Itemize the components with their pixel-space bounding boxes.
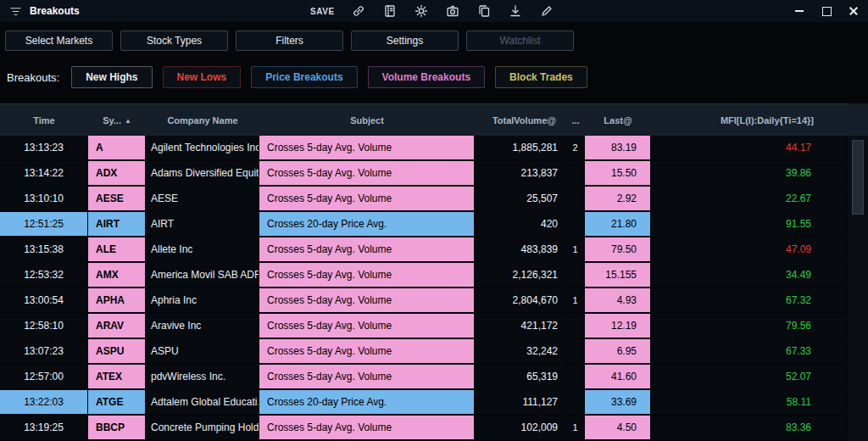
cell-symbol: A (88, 136, 146, 161)
column-header-subject[interactable]: Subject (259, 104, 475, 137)
select-markets-button[interactable]: Select Markets (5, 31, 113, 51)
cell-extra: 1 (566, 237, 585, 263)
cell-volume: 421,172 (475, 314, 566, 339)
cell-company: Aravive Inc (146, 314, 259, 339)
cell-time: 12:51:25 (0, 212, 88, 237)
table-row[interactable]: 12:51:25AIRTAIRTCrosses 20-day Price Avg… (0, 212, 848, 237)
filters-button[interactable]: Filters (236, 31, 343, 51)
cell-extra: 1 (566, 416, 585, 441)
table-row[interactable]: 13:00:54APHAAphria IncCrosses 5-day Avg.… (0, 288, 848, 314)
table-row[interactable]: 13:10:10AESEAESECrosses 5-day Avg. Volum… (0, 187, 848, 212)
table-row[interactable]: 13:22:03ATGEAdtalem Global Educati...Cro… (0, 390, 848, 416)
cell-symbol: APHA (88, 288, 146, 314)
camera-icon[interactable] (446, 4, 460, 19)
cell-time: 13:19:25 (0, 416, 88, 441)
cell-company: Adtalem Global Educati... (146, 390, 259, 416)
column-header-company[interactable]: Company Name (146, 104, 259, 137)
copy-icon[interactable] (477, 4, 492, 19)
cell-extra (566, 161, 585, 187)
table-row[interactable]: 13:14:22ADXAdams Diversified Equit...Cro… (0, 161, 848, 187)
block-trades-button[interactable]: Block Trades (495, 66, 587, 88)
table-row[interactable]: 13:15:38ALEAllete IncCrosses 5-day Avg. … (0, 237, 848, 263)
cell-volume: 65,319 (475, 365, 566, 390)
download-icon[interactable] (509, 4, 523, 19)
maximize-icon[interactable] (821, 5, 832, 17)
cell-subject: Crosses 20-day Price Avg. (259, 212, 475, 237)
cell-company: Aphria Inc (146, 288, 259, 314)
cell-last: 15.50 (585, 161, 651, 187)
cell-extra (566, 212, 585, 237)
cell-last: 6.95 (585, 339, 651, 365)
cell-company: ASPU (146, 339, 259, 365)
cell-subject: Crosses 5-day Avg. Volume (259, 263, 475, 288)
cell-company: America Movil SAB ADR (146, 263, 259, 288)
cell-extra (566, 187, 585, 212)
close-icon[interactable] (848, 5, 860, 17)
pencil-icon[interactable] (540, 4, 554, 19)
cell-time: 13:00:54 (0, 288, 88, 314)
column-header-totalvolume[interactable]: TotalVolume@ (475, 104, 566, 137)
main-toolbar: Select Markets Stock Types Filters Setti… (0, 22, 868, 58)
stock-types-button[interactable]: Stock Types (120, 31, 228, 51)
cell-volume: 102,009 (475, 416, 566, 441)
cell-time: 13:15:38 (0, 237, 88, 263)
cell-symbol: ARAV (88, 314, 146, 339)
table-row[interactable]: 12:57:00ATEXpdvWireless Inc.Crosses 5-da… (0, 365, 848, 390)
volume-breakouts-button[interactable]: Volume Breakouts (368, 66, 485, 88)
column-header-symbol[interactable]: Sy...▲ (88, 104, 146, 137)
price-breakouts-button[interactable]: Price Breakouts (251, 66, 357, 88)
table-row[interactable]: 12:58:10ARAVAravive IncCrosses 5-day Avg… (0, 314, 848, 339)
cell-last: 12.19 (585, 314, 651, 339)
cell-subject: Crosses 20-day Price Avg. (259, 390, 475, 416)
cell-last: 2.92 (585, 187, 651, 212)
book-icon[interactable] (383, 4, 398, 19)
column-header-symbol-label: Sy... (103, 115, 121, 126)
column-header-more[interactable]: ... (566, 104, 585, 137)
cell-mfi: 44.17 (651, 136, 848, 161)
minimize-icon[interactable] (793, 5, 805, 17)
cell-time: 12:57:00 (0, 365, 88, 390)
cell-symbol: ATEX (88, 365, 146, 390)
column-header-last[interactable]: Last@ (585, 104, 651, 137)
watchlist-button[interactable]: Watchlist (466, 31, 574, 51)
cell-volume: 213,837 (475, 161, 566, 187)
cell-last: 33.69 (585, 390, 651, 416)
save-button[interactable]: SAVE (310, 7, 335, 16)
filter-icon[interactable] (8, 4, 23, 19)
cell-time: 13:14:22 (0, 161, 88, 187)
cell-mfi: 83.36 (651, 416, 848, 441)
table-header: Time Sy...▲ Company Name Subject TotalVo… (0, 103, 848, 136)
table-row[interactable]: 13:07:23ASPUASPUCrosses 5-day Avg. Volum… (0, 339, 848, 365)
app-window: Breakouts SAVE (0, 0, 868, 441)
cell-company: Adams Diversified Equit... (146, 161, 259, 187)
scrollbar-thumb[interactable] (852, 140, 864, 215)
gear-icon[interactable] (415, 4, 429, 19)
cell-last: 4.50 (585, 416, 651, 441)
cell-time: 13:13:23 (0, 136, 88, 161)
cell-company: AESE (146, 187, 259, 212)
column-header-time[interactable]: Time (0, 104, 88, 137)
cell-subject: Crosses 5-day Avg. Volume (259, 288, 475, 314)
settings-button[interactable]: Settings (351, 31, 459, 51)
link-icon[interactable] (352, 4, 366, 19)
column-header-mfi[interactable]: MFI[L(I):Daily{Ti=14}] (651, 104, 848, 137)
cell-time: 12:53:32 (0, 263, 88, 288)
cell-symbol: AIRT (88, 212, 146, 237)
table-row[interactable]: 12:53:32AMXAmerica Movil SAB ADRCrosses … (0, 263, 848, 288)
cell-volume: 420 (475, 212, 566, 237)
cell-volume: 2,126,321 (475, 263, 566, 288)
new-highs-button[interactable]: New Highs (71, 66, 152, 88)
cell-mfi: 34.49 (651, 263, 848, 288)
cell-mfi: 79.56 (651, 314, 848, 339)
new-lows-button[interactable]: New Lows (163, 66, 242, 88)
window-title: Breakouts (30, 5, 80, 17)
breakouts-table: Time Sy...▲ Company Name Subject TotalVo… (0, 103, 868, 441)
cell-time: 13:07:23 (0, 339, 88, 365)
table-row[interactable]: 13:19:25BBCPConcrete Pumping Holdi...Cro… (0, 416, 848, 441)
cell-last: 4.93 (585, 288, 651, 314)
table-row[interactable]: 13:13:23AAgilent Technologies IncCrosses… (0, 136, 848, 161)
cell-symbol: BBCP (88, 416, 146, 441)
vertical-scrollbar[interactable] (848, 136, 868, 441)
header-corner (848, 103, 868, 136)
cell-extra (566, 365, 585, 390)
